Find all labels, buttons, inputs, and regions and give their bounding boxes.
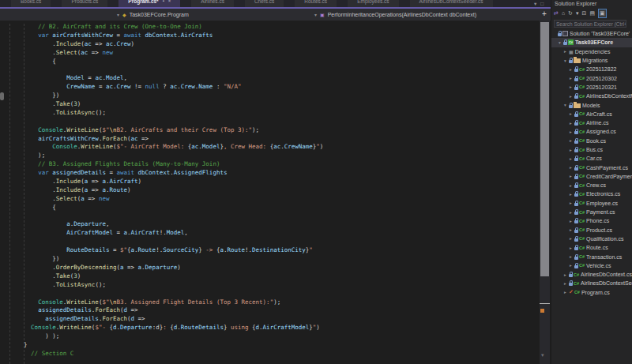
tree-item-2025120321[interactable]: ▸C#2025120321 [551,83,632,92]
tab-employees-cs[interactable]: Employees.cs [348,0,398,7]
tree-item-payment-cs[interactable]: ▸C#Payment.cs [551,208,632,216]
tree-item-label: Book.cs [586,138,606,144]
tree-item-car-cs[interactable]: ▸C#Car.cs [551,154,632,163]
tree-item-airline-cs[interactable]: ▸C#Airline.cs [551,118,632,127]
tree-item-label: Transaction.cs [586,254,622,260]
scroll-down-arrow-icon[interactable]: ▾ [541,352,544,358]
refresh-icon[interactable]: ↻ [568,9,573,17]
tab-products-cs[interactable]: Products.cs [62,0,107,7]
tab-label: Routes.cs [304,0,327,4]
tree-item-migrations[interactable]: ▾Migrations [551,56,632,65]
tree-item-book-cs[interactable]: ▸C#Book.cs [551,137,632,145]
code-line: airCraftsWithCrew.ForEach(ac => [9,135,323,144]
tree-item-label: CreditCardPayment.cs [586,174,632,179]
switch-views-icon[interactable]: ⇄ [554,9,559,17]
tree-item-label: 2025120302 [586,76,617,81]
scrollbar-thumb[interactable] [540,22,549,276]
tab-airlines-cs[interactable]: Airlines.cs [191,0,234,7]
lock-icon [574,165,578,171]
code-line: }) [9,92,323,100]
code-line: Console.WriteLine($"- {d.Departure:d}: {… [9,324,323,332]
tree-item-aircraft-cs[interactable]: ▸C#AirCraft.cs [551,110,632,118]
tab-chefs-cs[interactable]: Chefs.cs [245,0,284,7]
tree-item-route-cs[interactable]: ▸C#Route.cs [551,243,632,252]
tree-item-crew-cs[interactable]: ▸C#Crew.cs [551,181,632,190]
tab-program-cs-[interactable]: Program.cs*▪× [118,0,180,7]
tab-label: Products.cs [71,0,98,4]
tree-item-electronics-cs[interactable]: ▸C#Electronics.cs [551,190,632,198]
code-line [9,290,323,298]
csharp-file-icon: C# [579,263,585,268]
tree-item-cashpayment-cs[interactable]: ▸C#CashPayment.cs [551,163,632,171]
lock-icon [574,254,578,260]
tree-item-label: Product.cs [586,227,612,233]
breadcrumb-member-dropdown[interactable]: ▾ ▣ PerformInheritanceOperations(Airline… [314,9,476,21]
tree-item-assigned-cs[interactable]: ▸C#Assigned.cs [551,127,632,136]
code-line: AirCraftModel = a.AirCraft!.Model, [9,229,323,238]
tree-item-employee-cs[interactable]: ▸C#Employee.cs [551,199,632,208]
tree-item-phone-cs[interactable]: ▸C#Phone.cs [551,216,632,225]
csharp-file-icon: C# [579,174,585,178]
tree-item-bus-cs[interactable]: ▸C#Bus.cs [551,145,632,154]
caret-position-marker [540,303,550,304]
search-input[interactable]: Search Solution Explorer (Ctrl+;) [554,20,626,28]
home-icon[interactable]: ⌂ [562,9,565,17]
lock-icon [558,31,562,36]
tree-item-creditcardpayment-cs[interactable]: ▸C#CreditCardPayment.cs [551,172,632,181]
code-editor[interactable]: // B2. AirCraft and its Crew (One-to-One… [0,21,540,364]
tab-routes-cs[interactable]: Routes.cs [295,0,337,7]
tab-airlinesdbcontextseeder-cs[interactable]: AirlinesDbContextSeeder.cs [410,0,493,7]
tree-item-label: AirCraft.cs [586,111,612,117]
tree-item-label: Payment.cs [586,209,615,215]
add-icon[interactable]: + [542,9,547,18]
tree-item-label: Crew.cs [586,182,606,188]
tree-item-airlinesdbcontextseeder-cs[interactable]: ▸C#AirlinesDbContextSeeder.cs [551,279,632,287]
pin-icon[interactable]: ▪ [163,0,164,3]
panel-title: Solution Explorer [551,0,632,8]
folder-icon [574,103,581,108]
lock-icon [569,58,573,63]
code-line: .Select(a => new [9,195,323,204]
tree-item-program-cs[interactable]: ▸✓C#Program.cs [551,288,632,297]
solution-explorer-panel: Solution Explorer ⇄⌂↻▾⊟▤▣ Search Solutio… [551,0,632,364]
editor-scrollbar[interactable]: ▾ [540,21,550,364]
float-window-icon[interactable]: □ [540,1,544,6]
tree-item-label: AirlinesDbContext.cs [581,272,632,277]
tab-books-cs[interactable]: Books.cs [11,0,51,7]
csharp-file-icon: C# [579,254,585,259]
breadcrumb-type-dropdown[interactable]: ▾ ◆ Task03EFCore.Program [117,9,189,21]
close-icon[interactable]: × [168,0,171,3]
preview-selected-items-icon[interactable]: ▣ [598,9,607,18]
tree-item-product-cs[interactable]: ▸C#Product.cs [551,226,632,235]
lock-icon [574,93,578,99]
tree-item-solution-task03efcore-[interactable]: Solution 'Task03EFCore' [551,29,632,38]
code-line [9,238,323,246]
class-icon: ◆ [122,12,126,17]
tree-item-qualification-cs[interactable]: ▸C#Qualification.cs [551,235,632,243]
tree-item-airlinesdbcontextmodelsnapshot-cs[interactable]: ▸C#AirlinesDbContextModelSnapshot.cs [551,92,632,100]
tree-item-2025112822[interactable]: ▸C#2025112822 [551,65,632,73]
tree-item-airlinesdbcontext-cs[interactable]: ▸C#AirlinesDbContext.cs [551,270,632,279]
collapse-all-icon[interactable]: ⊟ [582,9,587,17]
csharp-file-icon: C# [574,272,579,277]
tree-item-vehicle-cs[interactable]: ▸C#Vehicle.cs [551,261,632,270]
lock-icon [574,120,578,126]
tree-item-2025120302[interactable]: ▸C#2025120302 [551,73,632,82]
tree-item-label: Solution 'Task03EFCore' [570,31,630,36]
vs-window: Books.csProducts.csProgram.cs*▪×Airlines… [0,0,632,364]
tree-item-label: Bus.cs [586,147,603,152]
tree-item-task03efcore[interactable]: ▾C#Task03EFCore [551,38,632,47]
properties-icon[interactable]: ▤ [589,9,595,17]
csharp-file-icon: C# [579,121,585,126]
tree-item-dependencies[interactable]: ▸▦Dependencies [551,47,632,56]
tree-item-models[interactable]: ▾Models [551,100,632,109]
dropdown-icon[interactable]: ▾ [576,9,579,17]
csharp-file-icon: C# [579,111,585,116]
tab-overflow-icon[interactable]: ▾ [534,1,536,7]
tree-item-label: Task03EFCore [575,39,613,45]
lock-icon [574,218,578,223]
code-line: }) [9,255,323,264]
tree-item-transaction-cs[interactable]: ▸C#Transaction.cs [551,252,632,261]
lock-icon [569,280,573,286]
tree-item-label: Car.cs [586,156,602,161]
